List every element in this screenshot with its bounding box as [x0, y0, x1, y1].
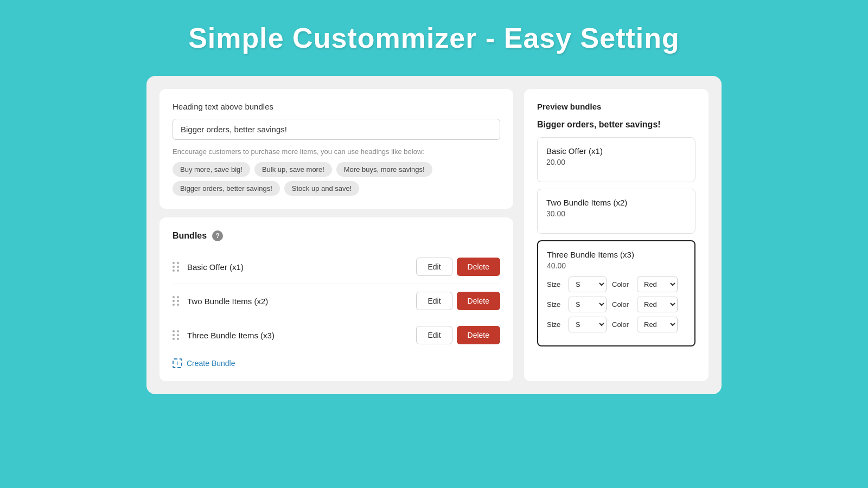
page-title: Simple Custommizer - Easy Setting [188, 22, 680, 54]
preview-bundle-price-2: 30.00 [546, 209, 686, 218]
create-bundle-label: Create Bundle [187, 359, 235, 368]
main-card: Heading text above bundles Encourage cus… [146, 76, 722, 394]
preview-bundle-price-3: 40.00 [547, 261, 686, 270]
variant-size-label-3: Size [547, 320, 563, 329]
delete-button-1[interactable]: Delete [457, 258, 500, 276]
right-panel: Preview bundles Bigger orders, better sa… [524, 89, 709, 381]
preview-bundle-price-1: 20.00 [546, 158, 686, 166]
create-bundle-icon: + [173, 358, 182, 368]
variant-color-label-3: Color [612, 320, 631, 329]
heading-text-input[interactable] [173, 119, 500, 140]
chip-1[interactable]: Buy more, save big! [173, 162, 250, 177]
variant-row-1: Size SML Color RedBlueGreen [547, 277, 686, 292]
bundle-actions-1: Edit Delete [416, 258, 500, 276]
bundle-name-3: Three Bundle Items (x3) [187, 331, 416, 340]
bundles-title: Bundles [173, 231, 207, 241]
edit-button-1[interactable]: Edit [416, 258, 452, 276]
suggestion-chips: Buy more, save big! Bulk up, save more! … [173, 162, 500, 196]
bundle-name-2: Two Bundle Items (x2) [187, 297, 416, 306]
left-panel: Heading text above bundles Encourage cus… [159, 89, 513, 381]
heading-section-card: Heading text above bundles Encourage cus… [159, 89, 513, 209]
drag-handle-3[interactable] [173, 330, 180, 340]
color-select-1[interactable]: RedBlueGreen [637, 277, 678, 292]
bundle-row-3: Three Bundle Items (x3) Edit Delete [173, 318, 500, 352]
size-select-1[interactable]: SML [569, 277, 607, 292]
preview-bundle-name-2: Two Bundle Items (x2) [546, 198, 686, 207]
bundle-actions-3: Edit Delete [416, 326, 500, 344]
chip-3[interactable]: More buys, more savings! [336, 162, 432, 177]
preview-heading: Bigger orders, better savings! [537, 120, 695, 130]
size-select-3[interactable]: SML [569, 317, 607, 332]
encourage-text: Encourage customers to purchase more ite… [173, 147, 500, 156]
help-icon[interactable]: ? [212, 230, 223, 241]
color-select-3[interactable]: RedBlueGreen [637, 317, 678, 332]
variant-size-label-1: Size [547, 280, 563, 288]
preview-bundle-name-1: Basic Offer (x1) [546, 146, 686, 156]
edit-button-3[interactable]: Edit [416, 326, 452, 344]
chip-5[interactable]: Stock up and save! [284, 181, 360, 196]
variant-size-label-2: Size [547, 300, 563, 309]
bundle-name-1: Basic Offer (x1) [187, 262, 416, 272]
variant-color-label-2: Color [612, 300, 631, 309]
preview-bundle-card-1[interactable]: Basic Offer (x1) 20.00 [537, 137, 695, 182]
size-select-2[interactable]: SML [569, 297, 607, 312]
preview-bundle-name-3: Three Bundle Items (x3) [547, 250, 686, 259]
chip-4[interactable]: Bigger orders, better savings! [173, 181, 280, 196]
edit-button-2[interactable]: Edit [416, 292, 452, 310]
chip-2[interactable]: Bulk up, save more! [254, 162, 332, 177]
preview-title: Preview bundles [537, 102, 695, 111]
delete-button-2[interactable]: Delete [457, 292, 500, 310]
heading-section-label: Heading text above bundles [173, 102, 500, 111]
bundle-row-1: Basic Offer (x1) Edit Delete [173, 250, 500, 284]
preview-bundle-card-2[interactable]: Two Bundle Items (x2) 30.00 [537, 189, 695, 234]
bundles-header: Bundles ? [173, 230, 500, 241]
preview-bundle-card-3[interactable]: Three Bundle Items (x3) 40.00 Size SML C… [537, 240, 695, 346]
delete-button-3[interactable]: Delete [457, 326, 500, 344]
color-select-2[interactable]: RedBlueGreen [637, 297, 678, 312]
drag-handle-2[interactable] [173, 296, 180, 306]
variant-row-2: Size SML Color RedBlueGreen [547, 297, 686, 312]
drag-handle-1[interactable] [173, 262, 180, 272]
variant-color-label-1: Color [612, 280, 631, 288]
variant-row-3: Size SML Color RedBlueGreen [547, 317, 686, 332]
bundles-section-card: Bundles ? Basic Offer (x1) Edit Delete [159, 217, 513, 381]
bundle-row-2: Two Bundle Items (x2) Edit Delete [173, 284, 500, 318]
create-bundle-link[interactable]: + Create Bundle [173, 358, 500, 368]
bundle-actions-2: Edit Delete [416, 292, 500, 310]
